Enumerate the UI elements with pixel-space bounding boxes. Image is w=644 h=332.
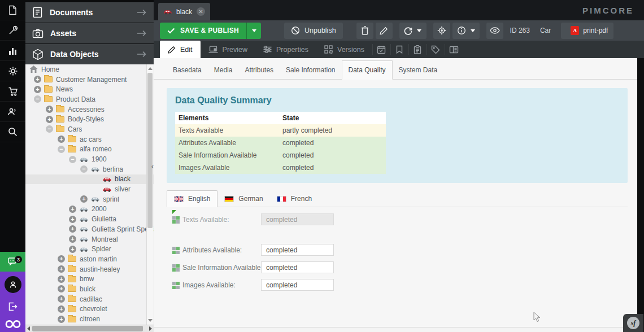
tree-item[interactable]: silver: [25, 184, 154, 194]
reload-button[interactable]: [399, 23, 427, 39]
sale-information-available-input[interactable]: [261, 261, 334, 273]
tree-item[interactable]: chevrolet: [25, 304, 154, 314]
expand-icon[interactable]: [58, 285, 65, 292]
subtab-media[interactable]: Media: [208, 61, 239, 79]
tree-item[interactable]: cadillac: [25, 294, 154, 304]
attributes-available-input[interactable]: [261, 244, 334, 256]
symfony-toolbar-button[interactable]: sf: [623, 314, 643, 332]
documents-rail-icon[interactable]: [0, 0, 25, 20]
print-pdf-button[interactable]: A print-pdf: [561, 23, 613, 39]
expand-icon[interactable]: [46, 106, 53, 113]
expand-icon[interactable]: [58, 136, 65, 143]
tab-versions[interactable]: Versions: [316, 41, 372, 58]
texts-available-input[interactable]: [261, 213, 334, 225]
tree-horizontal-scrollbar[interactable]: [25, 325, 154, 332]
subtab-basedata[interactable]: Basedata: [167, 61, 208, 79]
subtab-data-quality[interactable]: Data Quality: [342, 60, 393, 80]
tree-item[interactable]: alfa romeo: [25, 145, 154, 155]
language-tab-english[interactable]: English: [167, 190, 217, 207]
collapse-icon[interactable]: [80, 165, 88, 173]
scroll-left-arrow[interactable]: [27, 326, 30, 331]
notifications-button[interactable]: 3: [0, 252, 25, 272]
user-avatar-button[interactable]: [5, 276, 21, 293]
search-rail-icon[interactable]: [0, 122, 25, 142]
expand-icon[interactable]: [58, 316, 65, 323]
accordion-assets[interactable]: Assets: [25, 23, 154, 43]
accordion-data-objects[interactable]: Data Objects: [25, 44, 154, 64]
collapse-icon[interactable]: [58, 146, 65, 153]
save-publish-button[interactable]: SAVE & PUBLISH: [160, 23, 261, 39]
expand-icon[interactable]: [34, 86, 41, 93]
tree-item[interactable]: sprint: [25, 194, 154, 204]
delete-button[interactable]: [356, 23, 373, 39]
open-preview-button[interactable]: [486, 23, 503, 39]
open-object-tab[interactable]: black ✕: [158, 3, 210, 20]
tab-workflow[interactable]: [445, 41, 463, 58]
subtab-attributes[interactable]: Attributes: [238, 61, 280, 79]
images-available-input[interactable]: [261, 279, 334, 291]
tree-item[interactable]: Montreal: [25, 234, 154, 244]
tab-reports[interactable]: [409, 41, 427, 58]
tree-item[interactable]: Spider: [25, 244, 154, 254]
tree-item[interactable]: aston martin: [25, 254, 154, 264]
tree-item[interactable]: Accessories: [25, 104, 154, 115]
ecommerce-rail-icon[interactable]: [0, 81, 25, 102]
tree-item[interactable]: citroen: [25, 314, 154, 324]
scrollbar-thumb[interactable]: [32, 326, 143, 331]
info-button[interactable]: [452, 23, 480, 39]
unpublish-button[interactable]: Unpublish: [284, 23, 343, 39]
language-tab-french[interactable]: French: [270, 191, 319, 207]
panel-collapse-handle[interactable]: ‹: [151, 163, 154, 170]
users-rail-icon[interactable]: [0, 102, 25, 122]
settings-rail-icon[interactable]: [0, 61, 25, 81]
tab-edit[interactable]: Edit: [160, 41, 201, 58]
expand-icon[interactable]: [46, 116, 53, 123]
reports-rail-icon[interactable]: [0, 41, 25, 61]
tree-item[interactable]: Cars: [25, 124, 154, 134]
tree-item[interactable]: 1900: [25, 154, 154, 164]
tab-notes[interactable]: [391, 41, 408, 58]
expand-icon[interactable]: [58, 255, 65, 263]
tree-item[interactable]: ac cars: [25, 134, 154, 145]
rename-button[interactable]: [376, 23, 393, 39]
expand-icon[interactable]: [58, 295, 65, 303]
tree-item[interactable]: Customer Management: [25, 75, 154, 85]
logout-button[interactable]: [8, 302, 18, 311]
tab-preview[interactable]: Preview: [201, 41, 255, 58]
collapse-icon[interactable]: [34, 95, 41, 103]
expand-icon[interactable]: [69, 235, 76, 243]
tree-item[interactable]: Giulietta: [25, 214, 154, 224]
expand-icon[interactable]: [58, 305, 65, 313]
tree-item[interactable]: 2000: [25, 204, 154, 215]
expand-icon[interactable]: [69, 246, 76, 253]
scroll-down-arrow[interactable]: [148, 319, 153, 322]
expand-icon[interactable]: [69, 225, 76, 233]
expand-icon[interactable]: [34, 76, 41, 83]
tree-item[interactable]: berlina: [25, 164, 154, 174]
tree-item[interactable]: bmw: [25, 274, 154, 284]
tree-vertical-scrollbar[interactable]: [146, 64, 153, 325]
close-icon[interactable]: ✕: [197, 7, 205, 16]
tree-item[interactable]: austin-healey: [25, 264, 154, 274]
expand-icon[interactable]: [58, 265, 65, 273]
subtab-system-data[interactable]: System Data: [393, 61, 444, 79]
collapse-icon[interactable]: [69, 156, 76, 163]
expand-icon[interactable]: [69, 206, 76, 213]
locate-in-tree-button[interactable]: [433, 23, 450, 39]
scroll-up-arrow[interactable]: [148, 67, 153, 70]
tree-item-selected[interactable]: black: [25, 174, 154, 185]
expand-icon[interactable]: [58, 276, 65, 283]
expand-icon[interactable]: [69, 216, 76, 223]
tab-tags[interactable]: [427, 41, 445, 58]
language-tab-german[interactable]: German: [217, 191, 269, 207]
save-dropdown-button[interactable]: [246, 23, 261, 39]
tree-item[interactable]: Body-Styles: [25, 114, 154, 124]
expand-icon[interactable]: [80, 195, 88, 203]
tab-schedule[interactable]: [373, 41, 390, 58]
scroll-right-arrow[interactable]: [149, 326, 152, 331]
tab-properties[interactable]: Properties: [255, 41, 316, 58]
tree-item-home[interactable]: Home: [25, 64, 154, 75]
tools-rail-icon[interactable]: [0, 20, 25, 41]
subtab-sale-information[interactable]: Sale Information: [280, 61, 341, 79]
collapse-icon[interactable]: [46, 125, 53, 133]
